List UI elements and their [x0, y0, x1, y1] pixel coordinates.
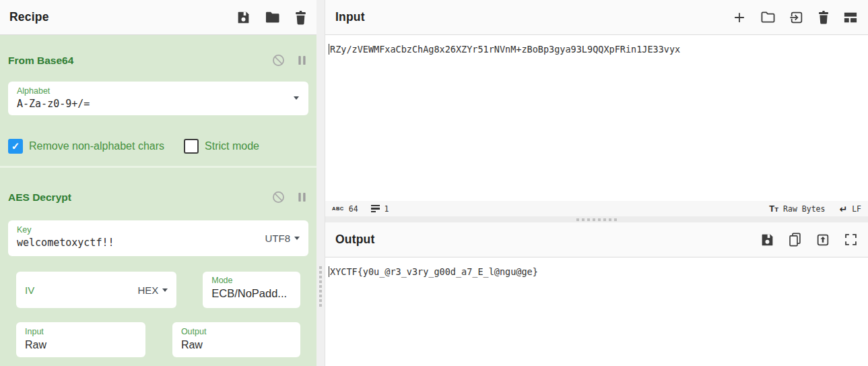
operation-from-base64[interactable]: From Base64 Alphabet A-Za-z0-9+/=: [0, 35, 316, 166]
recipe-header: Recipe: [0, 0, 316, 35]
output-title: Output: [335, 233, 375, 247]
recipe-panel: Recipe From Base64: [0, 0, 316, 366]
operation-header: AES Decrypt: [0, 168, 316, 220]
mode-label: Mode: [211, 276, 292, 286]
open-folder-outline-icon[interactable]: [760, 10, 776, 24]
output-text: XYCTF{y0u_@r3_v3ry_g00d_a7_E_l@ngu@ge}: [330, 266, 538, 277]
char-count-value: 64: [349, 204, 358, 214]
iv-unit-dropdown[interactable]: HEX: [137, 272, 168, 308]
add-input-tab-icon[interactable]: [732, 10, 747, 25]
pause-operation-icon[interactable]: [297, 191, 307, 203]
alphabet-label: Alphabet: [17, 86, 300, 96]
text-cursor: [329, 266, 329, 277]
save-recipe-icon[interactable]: [236, 10, 251, 24]
input-output-row: Input Raw Output Raw: [8, 322, 308, 357]
splitter-grip-icon: [319, 266, 322, 307]
character-encoding-value[interactable]: Raw Bytes: [783, 204, 825, 214]
key-unit-value: UTF8: [265, 233, 291, 244]
input-title: Input: [335, 10, 365, 24]
line-ending-value[interactable]: LF: [852, 204, 861, 214]
key-unit-dropdown[interactable]: UTF8: [265, 220, 300, 256]
chevron-down-icon: [162, 288, 168, 292]
key-value: welcometoxyctf!!: [17, 235, 300, 251]
load-recipe-folder-icon[interactable]: [265, 10, 280, 24]
pause-operation-icon[interactable]: [297, 55, 307, 66]
operation-header: From Base64: [0, 35, 316, 82]
save-output-icon[interactable]: [760, 233, 774, 247]
strict-mode-checkbox[interactable]: [184, 139, 199, 154]
cyberchef-app: Recipe From Base64: [0, 0, 868, 366]
disable-operation-icon[interactable]: [271, 53, 286, 67]
alphabet-dropdown[interactable]: Alphabet A-Za-z0-9+/=: [8, 82, 308, 115]
output-header: Output: [325, 222, 868, 257]
operation-title: AES Decrypt: [8, 191, 71, 204]
key-label: Key: [17, 225, 300, 235]
input-text: RZy/zVEWMFxaCbzChAg8x26XZYr51rNVnM+zBoBp…: [330, 44, 680, 55]
aes-input-value: Raw: [25, 337, 137, 353]
disable-operation-icon[interactable]: [271, 190, 286, 204]
output-textarea[interactable]: XYCTF{y0u_@r3_v3ry_g00d_a7_E_l@ngu@ge}: [325, 257, 868, 366]
maximize-output-icon[interactable]: [844, 233, 858, 247]
clear-recipe-trash-icon[interactable]: [294, 10, 307, 25]
line-count-value: 1: [385, 204, 389, 214]
iv-unit-value: HEX: [137, 284, 158, 296]
alphabet-value: A-Za-z0-9+/=: [17, 96, 300, 112]
clear-input-trash-icon[interactable]: [817, 10, 830, 24]
base64-options-row: ✓ Remove non-alphabet chars Strict mode: [8, 139, 308, 166]
recipe-title: Recipe: [9, 10, 49, 24]
strict-mode-label: Strict mode: [205, 140, 259, 152]
input-textarea[interactable]: RZy/zVEWMFxaCbzChAg8x26XZYr51rNVnM+zBoBp…: [325, 35, 868, 201]
check-icon: ✓: [11, 140, 20, 152]
chevron-down-icon: [294, 237, 300, 240]
vertical-pane-splitter[interactable]: [316, 0, 325, 366]
character-encoding-icon[interactable]: TT: [769, 204, 778, 214]
mode-value: ECB/NoPadd...: [211, 286, 292, 301]
aes-output-label: Output: [181, 327, 292, 337]
iv-label: IV: [25, 284, 34, 296]
remove-non-alphabet-label: Remove non-alphabet chars: [29, 140, 164, 152]
iv-field[interactable]: IV HEX: [16, 272, 176, 308]
input-header: Input: [325, 0, 868, 35]
recipe-list: From Base64 Alphabet A-Za-z0-9+/=: [0, 35, 316, 366]
aes-input-label: Input: [25, 327, 137, 337]
aes-output-value: Raw: [181, 337, 292, 353]
chevron-down-icon: [294, 96, 299, 100]
key-field[interactable]: Key welcometoxyctf!! UTF8: [8, 220, 308, 256]
text-cursor: [329, 44, 329, 55]
line-count-icon: [371, 205, 380, 213]
copy-output-icon[interactable]: [788, 232, 802, 247]
aes-output-type-dropdown[interactable]: Output Raw: [172, 322, 300, 357]
replace-input-with-output-icon[interactable]: [815, 233, 830, 247]
mode-dropdown[interactable]: Mode ECB/NoPadd...: [203, 272, 300, 308]
layout-toggle-icon[interactable]: [843, 11, 858, 24]
line-ending-icon[interactable]: ↵: [839, 204, 847, 214]
char-count-icon: ABC: [332, 206, 344, 212]
operation-aes-decrypt[interactable]: AES Decrypt Key welcometoxyctf!! U: [0, 166, 316, 357]
input-pane: Input: [325, 0, 868, 216]
horizontal-pane-splitter[interactable]: [325, 216, 868, 222]
io-panel: Input: [325, 0, 868, 366]
operation-title: From Base64: [8, 55, 73, 67]
output-pane: Output XYCTF{y0u_@r3_v3ry_g00: [325, 222, 868, 366]
open-input-icon[interactable]: [789, 10, 804, 25]
iv-mode-row: IV HEX Mode ECB/NoPadd...: [8, 272, 308, 308]
input-status-bar: ABC 64 1 TT Raw Bytes ↵ LF: [325, 201, 868, 216]
remove-non-alphabet-checkbox[interactable]: ✓: [8, 139, 23, 154]
aes-input-type-dropdown[interactable]: Input Raw: [16, 322, 145, 357]
